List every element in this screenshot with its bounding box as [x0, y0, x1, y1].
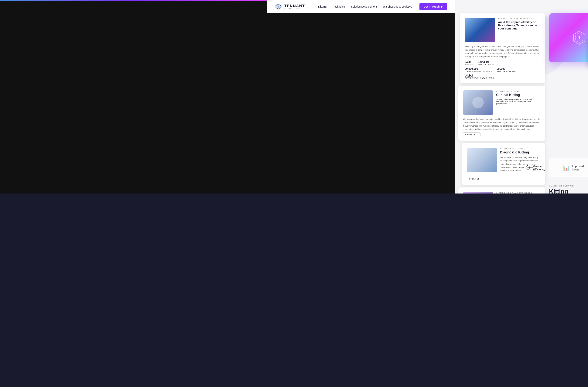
card-thumb-fabric — [465, 18, 495, 42]
card-solves-problems: TENNANT SOLVES PROBLEMS Amid the unpredi… — [460, 13, 545, 83]
card-services-eyebrow: KITTING FOR ALL YOUR NEEDS — [496, 192, 541, 194]
hero-visual: T — [549, 13, 588, 62]
benefit-efficiency-label: Greater Efficiency — [533, 165, 548, 171]
stat-studies: 2400STUDIES — [465, 61, 474, 66]
card-eyebrow: TENNANT SOLVES PROBLEMS — [498, 18, 541, 20]
card-diag-title: Diagnostic Kitting — [500, 150, 541, 154]
svg-text:T: T — [277, 5, 279, 8]
card-diag-cta[interactable]: Contact Us → — [467, 177, 484, 181]
count-title: Kitting Solutions — [549, 188, 577, 194]
hero-main-card: T — [549, 13, 588, 62]
site-container: TENNANT SOLVES PROBLEMS Amid the unpredi… — [455, 0, 588, 194]
benefit-efficiency: ⏱ Greater Efficiency — [525, 164, 548, 172]
nav-links: Kitting Packaging Solution Development W… — [318, 5, 412, 8]
benefit-costs: 📊 Improved Costs — [563, 164, 586, 172]
card-clinical-title: Clinical Kitting — [496, 93, 541, 97]
doctor-image-block: T — [586, 185, 588, 194]
logo[interactable]: T TENNANT SOLUTIONS — [274, 3, 305, 11]
hero-section: T Avoid high costs of mistakes and delay… — [542, 8, 588, 154]
nav-warehousing[interactable]: Warehousing & Logistics — [383, 5, 412, 8]
card-clinical-kitting: KITTING SOLUTIONS Clinical Kitting Simpl… — [458, 86, 545, 140]
card-clinical-eyebrow: KITTING SOLUTIONS — [496, 90, 541, 92]
top-accent-bar — [0, 0, 267, 1]
card-thumb-services — [463, 192, 493, 194]
card-clinical-cta[interactable]: Contact Us → — [463, 132, 481, 137]
nav-packaging[interactable]: Packaging — [333, 5, 345, 8]
count-text-block: COUNT ON TENNANT Kitting Solutions We kn… — [549, 185, 577, 194]
card-thumb-diagnostic — [467, 148, 497, 172]
count-eyebrow: COUNT ON TENNANT — [549, 185, 577, 187]
navbar: T TENNANT SOLUTIONS Kitting Packaging So… — [267, 0, 454, 13]
hero-right: T Avoid high costs of mistakes and delay… — [542, 8, 588, 194]
card-clinical-subtitle: Simplify the management of clinical tria… — [496, 98, 541, 105]
card-diag-eyebrow: KITTING SOLUTIONS — [500, 148, 541, 150]
card-clinical-body: We recognize that your reputation, and t… — [463, 118, 541, 131]
benefits-bar: ⏱ Greater Efficiency 📊 Improved Costs 🛡 … — [549, 158, 588, 177]
tennant-logo-icon: T — [274, 3, 282, 11]
card-problems-body: Selecting a kitting partner shouldn't fe… — [465, 45, 541, 58]
stat-global: GlobalDISTRIBUTION CAPABILITIES — [465, 74, 541, 79]
hero-logo-cube: T — [571, 29, 588, 46]
svg-text:T: T — [578, 35, 581, 40]
nav-solution-dev[interactable]: Solution Development — [351, 5, 377, 8]
count-section: COUNT ON TENNANT Kitting Solutions We kn… — [542, 177, 588, 194]
nav-kitting[interactable]: Kitting — [318, 5, 327, 8]
card-kitting-services: KITTING FOR ALL YOUR NEEDS Kitting Servi… — [458, 188, 545, 194]
stat-covid: Covid-19STUDY VENDOR — [478, 61, 494, 66]
logo-name: TENNANT — [284, 4, 305, 8]
logo-sub: SOLUTIONS — [284, 8, 305, 9]
card-problems-title: Amid the unpredictability of this indust… — [498, 21, 541, 30]
card-thumb-clinical — [463, 90, 493, 115]
efficiency-icon: ⏱ — [525, 164, 531, 172]
get-in-touch-button[interactable]: Get in Touch ▶ — [420, 3, 447, 10]
benefit-costs-label: Improved Costs — [572, 165, 586, 171]
stat-items: 90,000,000+ITEMS MANAGED ANNUALLY — [465, 67, 494, 73]
costs-icon: 📊 — [563, 164, 570, 172]
stat-kits: 24,000+UNIQUE TYPE KITS — [497, 67, 517, 73]
